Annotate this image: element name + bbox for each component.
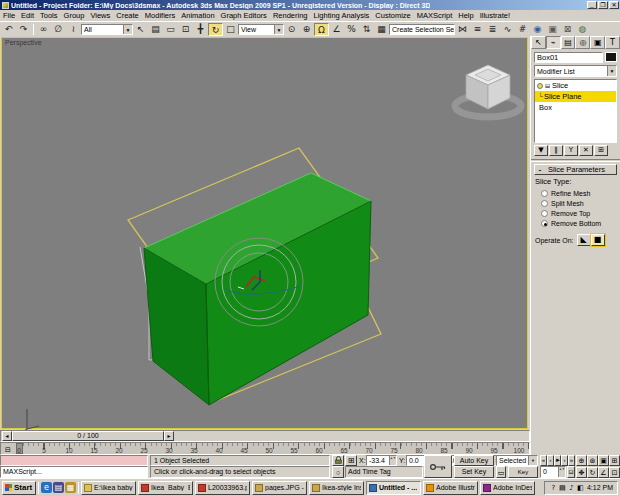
pin-stack-icon[interactable]: ▼ <box>534 145 548 156</box>
slice-parameters-rollout[interactable]: - Slice Parameters <box>534 164 617 175</box>
scene-box[interactable] <box>144 173 371 405</box>
menu-item[interactable]: Edit <box>18 11 37 20</box>
quick-launch-browser-icon[interactable]: e <box>41 482 52 493</box>
select-and-rotate-icon[interactable]: ↻ <box>208 23 223 36</box>
material-editor-icon[interactable]: ◉ <box>530 23 545 36</box>
tab-hierarchy[interactable]: ▤ <box>561 36 576 49</box>
use-pivot-center-icon[interactable]: ⊙ <box>284 23 299 36</box>
configure-modifier-sets-icon[interactable]: ⊞ <box>594 145 608 156</box>
time-slider-handle[interactable]: 0 / 100 <box>12 431 164 441</box>
arc-rotate-icon[interactable]: ↻ <box>587 467 598 478</box>
menu-item[interactable]: File <box>0 11 18 20</box>
go-to-start-icon[interactable]: « <box>540 455 547 466</box>
taskbar-item[interactable]: E:\ikea baby <box>81 481 136 495</box>
zoom-all-icon[interactable]: ⊛ <box>587 455 598 466</box>
frame-mode-icon[interactable]: ⊡ <box>567 466 575 478</box>
menu-item[interactable]: Views <box>87 11 113 20</box>
collapse-icon[interactable]: - <box>535 165 545 174</box>
taskbar-item[interactable]: Ikea_Baby_Bo... <box>138 481 193 495</box>
rendered-frame-icon[interactable]: ⊠ <box>560 23 575 36</box>
modifier-stack-row[interactable]: └ Slice Plane <box>535 91 616 102</box>
x-coordinate-field[interactable]: -33.4 <box>366 455 397 466</box>
menu-item[interactable]: Illustrate! <box>477 11 513 20</box>
quick-launch-desktop-icon[interactable]: ▤ <box>53 482 64 493</box>
taskbar-item[interactable]: Adobe InDesig... <box>480 481 535 495</box>
previous-frame-icon[interactable]: ‹ <box>547 455 554 466</box>
taskbar-item[interactable]: Ikea-style Inst... <box>309 481 364 495</box>
tab-display[interactable]: ▣ <box>590 36 605 49</box>
selection-filter-dropdown[interactable]: All ▼ <box>81 24 133 35</box>
quick-launch-folder-icon[interactable]: ▦ <box>65 482 76 493</box>
key-selection-dropdown[interactable]: Selected <box>496 455 538 466</box>
tab-utilities[interactable]: T <box>605 36 620 49</box>
minimize-button[interactable]: _ <box>587 1 597 9</box>
maximize-viewport-icon[interactable]: ⊡ <box>609 467 620 478</box>
view-cube[interactable] <box>455 65 521 117</box>
next-frame-arrow[interactable]: ► <box>164 431 174 441</box>
operate-on-polygons-icon[interactable]: ■ <box>591 234 605 246</box>
unlink-selection-icon[interactable]: ∅ <box>51 23 66 36</box>
select-and-link-icon[interactable]: ∞ <box>36 23 51 36</box>
tab-create[interactable]: ↖ <box>531 36 546 49</box>
expander-icon[interactable]: ⊟ <box>545 82 550 89</box>
tray-network-icon[interactable]: ◧ <box>576 484 585 492</box>
tray-help-icon[interactable]: ? <box>549 484 558 492</box>
maxscript-listener-output[interactable]: MAXScript... <box>0 466 148 478</box>
modifier-stack-row[interactable]: ⊟ Slice <box>535 80 616 91</box>
select-and-move-icon[interactable]: ╋ <box>193 23 208 36</box>
schematic-view-icon[interactable]: # <box>515 23 530 36</box>
remove-modifier-icon[interactable]: ✕ <box>579 145 593 156</box>
tab-modify[interactable]: ⌁ <box>546 36 561 49</box>
add-time-tag[interactable]: Add Time Tag <box>345 466 423 478</box>
select-and-scale-icon[interactable]: □ <box>223 23 238 36</box>
menu-item[interactable]: Create <box>113 11 142 20</box>
play-icon[interactable]: ► <box>554 455 561 466</box>
maxscript-listener-input[interactable] <box>0 455 148 466</box>
window-crossing-icon[interactable]: ⊡ <box>178 23 193 36</box>
spinner-snap-icon[interactable]: ⇅ <box>359 23 374 36</box>
show-end-result-icon[interactable]: ‖ <box>549 145 563 156</box>
lock-selection-icon[interactable] <box>332 455 344 466</box>
absolute-offset-toggle-icon[interactable]: ⊞ <box>345 455 357 466</box>
menu-item[interactable]: Tools <box>37 11 61 20</box>
taskbar-item[interactable]: Untitled - ... <box>366 481 421 495</box>
rectangular-selection-region-icon[interactable]: ▭ <box>163 23 178 36</box>
menu-item[interactable]: Lighting Analysis <box>310 11 372 20</box>
undo-icon[interactable]: ↶ <box>1 23 16 36</box>
make-unique-icon[interactable]: Y <box>564 145 578 156</box>
zoom-icon[interactable]: ⊕ <box>576 455 587 466</box>
previous-frame-arrow[interactable]: ◄ <box>2 431 12 441</box>
current-frame-field[interactable]: 0 <box>540 466 566 478</box>
track-bar[interactable]: ⊟ 05101520253035404550556065707580859095… <box>0 442 530 455</box>
edit-named-selections-icon[interactable]: ▦ <box>374 23 389 36</box>
menu-item[interactable]: Group <box>61 11 88 20</box>
set-key-mode-icon[interactable]: ▭ <box>496 466 506 478</box>
taskbar-item[interactable]: L20033963.pd... <box>195 481 250 495</box>
visibility-bulb-icon[interactable] <box>537 83 543 89</box>
redo-icon[interactable]: ↷ <box>16 23 31 36</box>
slice-type-radio[interactable]: Remove Top <box>531 208 620 218</box>
next-frame-icon[interactable]: › <box>561 455 568 466</box>
bind-to-space-warp-icon[interactable]: ≀ <box>66 23 81 36</box>
field-of-view-icon[interactable]: ∠ <box>598 467 609 478</box>
tray-volume-icon[interactable]: ♪ <box>567 484 576 492</box>
viewport-label[interactable]: Perspective <box>5 39 42 46</box>
select-and-manipulate-icon[interactable]: ⊕ <box>299 23 314 36</box>
start-button[interactable]: Start <box>2 481 36 495</box>
operate-on-faces-icon[interactable]: ◣ <box>577 234 591 246</box>
menu-item[interactable]: Help <box>455 11 476 20</box>
align-icon[interactable]: ≡ <box>470 23 485 36</box>
render-setup-icon[interactable]: ▣ <box>545 23 560 36</box>
modifier-list-dropdown[interactable]: Modifier List ▼ <box>534 65 617 77</box>
go-to-end-icon[interactable]: » <box>568 455 575 466</box>
zoom-extents-all-icon[interactable]: ⊞ <box>609 455 620 466</box>
menu-item[interactable]: Rendering <box>270 11 311 20</box>
auto-key-button[interactable]: Auto Key <box>454 455 494 466</box>
select-object-icon[interactable]: ↖ <box>133 23 148 36</box>
keyframe-key-icon[interactable] <box>424 455 452 478</box>
menu-item[interactable]: Animation <box>178 11 217 20</box>
pan-icon[interactable]: ✥ <box>576 467 587 478</box>
taskbar-item[interactable]: pages.JPG - P... <box>252 481 307 495</box>
time-tag-icon[interactable]: ○ <box>332 466 344 478</box>
menu-item[interactable]: Customize <box>372 11 413 20</box>
